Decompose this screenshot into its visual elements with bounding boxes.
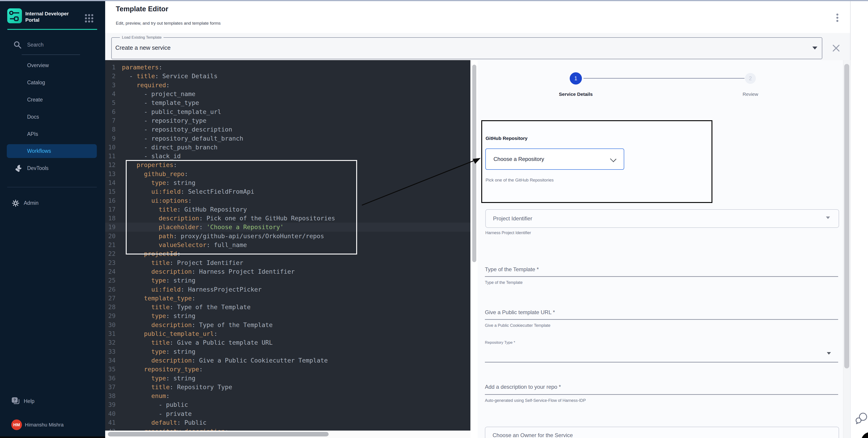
code-line-11[interactable]: 11 - slack_id [105, 151, 470, 161]
dropdown-caret-icon [812, 46, 817, 49]
code-text: title: Type of the Template [122, 304, 251, 310]
help-chat-icon: ? [11, 397, 20, 406]
line-number: 38 [105, 392, 116, 399]
svg-text:?: ? [13, 398, 16, 402]
code-line-27[interactable]: 27 template_type: [105, 294, 470, 303]
code-line-33[interactable]: 33 type: string [105, 347, 470, 356]
sidebar-item-devtools[interactable]: DevTools [0, 161, 105, 175]
editor-horizontal-scrollbar[interactable] [108, 432, 329, 436]
code-line-35[interactable]: 35 repository_type: [105, 365, 470, 374]
project-identifier-select[interactable]: Project Identifier [485, 209, 839, 228]
line-number: 12 [105, 161, 116, 168]
code-text: ui:field: HarnessProjectPicker [122, 286, 262, 293]
template-type-field-label: Type of the Template * [485, 266, 539, 273]
code-line-41[interactable]: 41 default: Public [105, 418, 470, 427]
code-line-31[interactable]: 31 public_template_url: [105, 329, 470, 338]
line-number: 30 [105, 322, 116, 328]
code-line-40[interactable]: 40 - private [105, 409, 470, 418]
sidebar-item-apis[interactable]: APIs [0, 127, 105, 141]
apps-grid-icon[interactable] [85, 14, 94, 23]
sidebar-accent-rule [7, 29, 97, 30]
sidebar-item-workflows[interactable]: Workflows [0, 144, 105, 158]
line-number: 42 [105, 428, 116, 431]
code-line-42[interactable]: 42 repositoty_description: [105, 427, 470, 431]
search-input[interactable]: Search [0, 39, 105, 52]
step-2-label: Review [728, 92, 773, 97]
sidebar-item-catalog[interactable]: Catalog [0, 76, 105, 89]
line-number: 17 [105, 206, 116, 213]
project-identifier-helper: Harness Project Identifier [485, 231, 531, 235]
repo-description-input[interactable] [485, 394, 838, 395]
code-text: - public_template_url [122, 108, 221, 115]
step-2-indicator[interactable]: 2 [745, 73, 756, 84]
page-scrollbar-thumb[interactable] [844, 64, 849, 368]
editor-vertical-scrollbar[interactable] [472, 65, 476, 262]
code-text: title: Repository Type [122, 383, 232, 391]
line-number: 11 [105, 153, 116, 160]
code-line-6[interactable]: 6 - public_template_url [105, 107, 470, 116]
code-line-29[interactable]: 29 type: string [105, 311, 470, 320]
sidebar-item-help[interactable]: ? Help [0, 394, 105, 408]
app-logo-icon[interactable] [7, 8, 22, 23]
code-line-37[interactable]: 37 title: Repository Type [105, 383, 470, 392]
code-line-2[interactable]: 2 - title: Service Details [105, 72, 470, 80]
github-repository-select[interactable]: Choose a Repository [485, 148, 624, 170]
gear-icon [11, 199, 20, 207]
load-existing-template-select[interactable]: Load Existing Template [111, 35, 822, 59]
line-number: 36 [105, 375, 116, 382]
code-text: type: string [122, 375, 195, 382]
line-number: 40 [105, 410, 116, 417]
chat-support-icon[interactable] [855, 411, 868, 425]
kebab-menu-icon[interactable] [833, 12, 841, 24]
code-line-5[interactable]: 5 - template_type [105, 98, 470, 107]
code-line-10[interactable]: 10 - direct_push_branch [105, 143, 470, 151]
line-number: 6 [105, 108, 116, 115]
code-line-28[interactable]: 28 title: Type of the Template [105, 303, 470, 311]
code-line-4[interactable]: 4 - project_name [105, 90, 470, 98]
code-text: - project_name [122, 91, 195, 97]
sidebar-item-create[interactable]: Create [0, 93, 105, 106]
code-line-38[interactable]: 38 enum: [105, 392, 470, 400]
line-number: 37 [105, 383, 116, 391]
line-number: 28 [105, 304, 116, 310]
code-line-9[interactable]: 9 - repository_default_branch [105, 134, 470, 143]
step-1-label: Service Details [542, 92, 610, 97]
code-text: default: Public [122, 419, 207, 426]
code-line-1[interactable]: 1parameters: [105, 63, 470, 72]
code-line-34[interactable]: 34 description: Give a Public Cookiecutt… [105, 356, 470, 365]
public-template-url-helper: Give a Public Cookiecutter Template [485, 323, 551, 328]
code-line-23[interactable]: 23 title: Project Identifier [105, 258, 470, 267]
code-text: type: string [122, 277, 195, 284]
github-repository-helper: Pick one of the GitHub Repositories [486, 178, 554, 182]
sidebar-item-admin[interactable]: Admin [0, 196, 105, 210]
line-number: 32 [105, 339, 116, 346]
code-line-32[interactable]: 32 title: Give a Public template URL [105, 338, 470, 347]
chevron-down-icon [610, 156, 616, 162]
line-number: 23 [105, 259, 116, 266]
code-line-7[interactable]: 7 - repository_type [105, 116, 470, 125]
line-number: 31 [105, 330, 116, 337]
code-line-24[interactable]: 24 description: Harness Project Identifi… [105, 267, 470, 276]
avatar[interactable]: HM [11, 419, 22, 430]
sidebar-item-overview[interactable]: Overview [0, 59, 105, 72]
step-1-indicator[interactable]: 1 [570, 72, 582, 85]
code-line-30[interactable]: 30 description: Type of the Template [105, 321, 470, 329]
repo-description-helper: Auto-generated using Self-Service-Flow o… [485, 398, 586, 403]
repository-type-select[interactable] [485, 362, 838, 363]
code-text: - slack_id [122, 153, 181, 160]
public-template-url-input[interactable] [485, 319, 838, 320]
code-line-8[interactable]: 8 - repositoty_description [105, 125, 470, 134]
code-line-39[interactable]: 39 - public [105, 400, 470, 409]
close-icon[interactable] [832, 44, 840, 53]
search-underline [22, 55, 80, 55]
code-line-25[interactable]: 25 type: string [105, 276, 470, 285]
sidebar-item-docs[interactable]: Docs [0, 110, 105, 124]
owner-select-placeholder: Choose an Owner for the Service [493, 432, 573, 438]
line-number: 1 [105, 64, 116, 71]
template-type-input[interactable] [485, 276, 838, 277]
code-line-3[interactable]: 3 required: [105, 81, 470, 90]
line-number: 8 [105, 126, 116, 133]
code-line-36[interactable]: 36 type: string [105, 374, 470, 382]
code-line-26[interactable]: 26 ui:field: HarnessProjectPicker [105, 285, 470, 294]
line-number: 4 [105, 91, 116, 97]
